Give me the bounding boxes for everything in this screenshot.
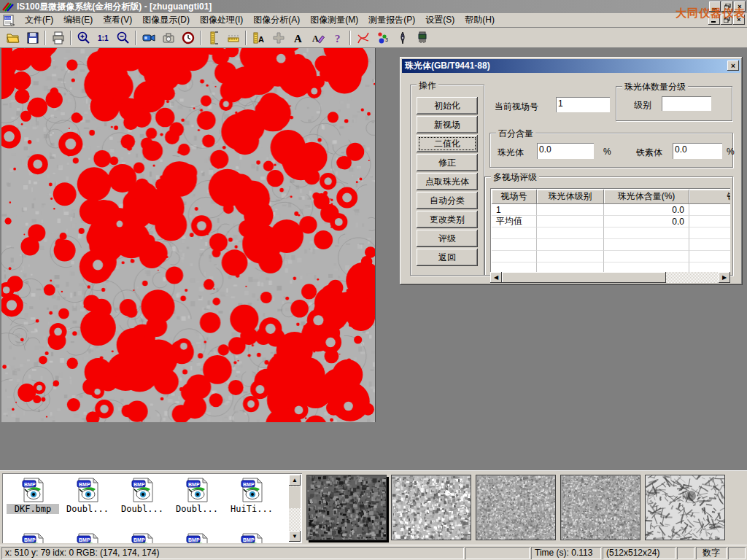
menu-item-6[interactable]: 图像测量(M) (305, 13, 363, 26)
dialog-button-4[interactable]: 点取珠光体 (417, 173, 478, 190)
dialog-button-5[interactable]: 自动分类 (417, 192, 478, 209)
dialog-button-6[interactable]: 更改类别 (417, 211, 478, 228)
file-item-2[interactable]: BMPDoubl... (116, 478, 169, 514)
ruler-icon[interactable] (223, 29, 243, 47)
table-row[interactable] (492, 228, 730, 239)
save-icon[interactable] (23, 29, 42, 47)
hscroll-thumb[interactable] (502, 272, 666, 283)
file-vscrollbar[interactable]: ▲ ▼ (289, 475, 301, 542)
dialog-button-0[interactable]: 初始化 (417, 97, 478, 114)
dialog-button-1[interactable]: 新视场 (417, 116, 478, 133)
open-icon[interactable] (3, 29, 23, 47)
current-field-input[interactable]: 1 (556, 97, 610, 112)
bmp-file-icon: BMP (20, 478, 45, 502)
dialog-button-3[interactable]: 修正 (417, 154, 478, 171)
table-row[interactable]: 平均值0.0 (492, 216, 730, 228)
thumbnail-fine-speckle[interactable] (476, 475, 556, 540)
crosshair-icon[interactable] (268, 29, 288, 47)
zoom-out-icon[interactable] (113, 29, 133, 47)
thumbnail-image (561, 475, 640, 540)
caliper-icon[interactable] (204, 29, 223, 47)
table-header-3[interactable]: 铁素体 (689, 190, 730, 204)
toolbar-separator (70, 31, 71, 45)
window-title: IS100显微摄像系统(金相分析版) - [zhuguangti01] (17, 1, 212, 13)
thumbnail-high-contrast-coarse[interactable] (391, 475, 471, 540)
micrograph-image[interactable] (1, 48, 376, 422)
help-icon[interactable]: ? (328, 29, 347, 47)
pearlite-input[interactable]: 0.0 (537, 143, 594, 159)
vscroll-thumb[interactable] (289, 486, 301, 508)
curve-cut-icon[interactable] (353, 29, 373, 47)
table-hscrollbar[interactable]: ◀ ▶ (490, 272, 730, 283)
scroll-down-icon[interactable]: ▼ (289, 531, 301, 542)
status-dimensions: (512x512x24) (603, 547, 676, 559)
table-row[interactable] (492, 239, 730, 251)
text-icon[interactable]: A (288, 29, 308, 47)
svg-text:BMP: BMP (79, 482, 90, 487)
grade-input[interactable] (662, 96, 711, 111)
thumbnail-image (307, 475, 386, 540)
scroll-up-icon[interactable]: ▲ (289, 475, 301, 486)
table-row[interactable] (492, 251, 730, 262)
measure-text-icon[interactable]: A (249, 29, 268, 47)
minimize-button[interactable] (709, 1, 721, 12)
video-camera-icon[interactable] (139, 29, 158, 47)
bmp-file-icon: BMP (130, 478, 155, 502)
dialog-button-8[interactable]: 返回 (417, 249, 478, 266)
file-item-row2-3[interactable]: BMP (171, 533, 223, 543)
hscroll-track[interactable] (666, 272, 719, 283)
clock-icon[interactable] (178, 29, 198, 47)
file-item-row2-4[interactable]: BMP (225, 533, 278, 543)
child-close-button[interactable]: × (733, 15, 745, 25)
file-item-0[interactable]: BMPDKF.bmp (7, 478, 59, 514)
grade-group-label: 珠光体数量分级 (622, 81, 688, 93)
menu-item-8[interactable]: 设置(S) (420, 13, 460, 26)
file-item-1[interactable]: BMPDoubl... (61, 478, 114, 514)
child-minimize-button[interactable] (708, 15, 720, 25)
text-edit-icon[interactable]: A (308, 29, 328, 47)
table-header-0[interactable]: 视场号 (492, 190, 537, 204)
table-header-2[interactable]: 珠光体含量(%) (604, 190, 689, 204)
thumbnail-dark-coarse[interactable] (306, 475, 387, 540)
scroll-left-icon[interactable]: ◀ (490, 272, 502, 283)
table-header-1[interactable]: 珠光体级别 (537, 190, 604, 204)
dialog-close-icon[interactable]: × (727, 61, 739, 71)
zoom-in-icon[interactable] (74, 29, 93, 47)
status-mode: 数字 (696, 547, 727, 559)
thumbnail-fine-speckle[interactable] (560, 475, 640, 540)
table-row[interactable]: 10.0 (492, 204, 730, 216)
file-item-row2-1[interactable]: BMP (61, 533, 114, 543)
thumbnail-light-flakes[interactable] (645, 475, 725, 540)
svg-text:BMP: BMP (188, 482, 200, 487)
photo-camera-icon[interactable] (158, 29, 178, 47)
file-item-4[interactable]: BMPHuiTi... (225, 478, 278, 514)
menu-item-9[interactable]: 帮助(H) (460, 13, 500, 26)
scroll-right-icon[interactable]: ▶ (719, 272, 730, 283)
file-item-3[interactable]: BMPDoubl... (171, 478, 223, 514)
print-icon[interactable] (48, 29, 68, 47)
pen-icon[interactable] (392, 29, 412, 47)
close-button[interactable]: × (734, 1, 746, 12)
menu-item-2[interactable]: 查看(V) (98, 13, 137, 26)
file-item-row2-2[interactable]: BMP (116, 533, 169, 543)
menu-item-3[interactable]: 图像显示(D) (137, 13, 195, 26)
menu-item-4[interactable]: 图像处理(I) (195, 13, 248, 26)
table-cell (492, 228, 537, 239)
file-item-row2-0[interactable]: BMP (7, 533, 59, 543)
menu-item-7[interactable]: 测量报告(P) (363, 13, 420, 26)
document-icon[interactable]: DOC (3, 15, 16, 26)
class-points-icon[interactable]: 3 (373, 29, 392, 47)
brush-icon[interactable] (412, 29, 432, 47)
dialog-button-7[interactable]: 评级 (417, 230, 478, 247)
dialog-button-2[interactable]: 二值化 (417, 135, 478, 152)
menu-item-1[interactable]: 编辑(E) (58, 13, 98, 26)
child-restore-button[interactable] (721, 15, 732, 25)
dialog-title-bar[interactable]: 珠光体(GB/T9441-88) × (402, 59, 740, 73)
menu-item-0[interactable]: 文件(F) (20, 13, 58, 26)
menu-item-5[interactable]: 图像分析(A) (248, 13, 305, 26)
svg-text:BMP: BMP (188, 537, 200, 542)
ferrite-input[interactable]: 0.0 (673, 143, 722, 159)
actual-size-icon[interactable]: 1:1 (93, 29, 113, 47)
restore-button[interactable] (721, 1, 733, 12)
table-row[interactable] (492, 262, 730, 272)
